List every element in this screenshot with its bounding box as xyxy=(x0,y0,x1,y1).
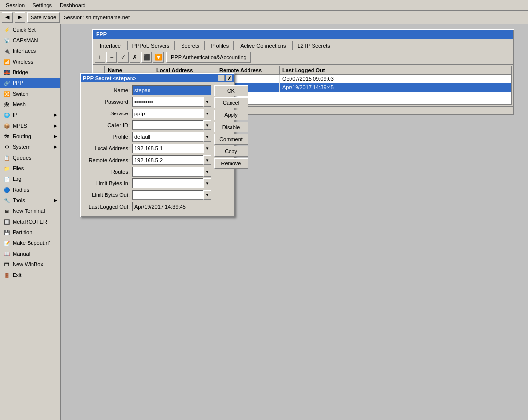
ppp-auth-button[interactable]: PPP Authentication&Accounting xyxy=(166,52,251,63)
tab-pppoe-servers[interactable]: PPPoE Servers xyxy=(127,41,175,50)
sidebar-item-label-radius: Radius xyxy=(13,187,29,193)
remote-address-input[interactable] xyxy=(132,155,203,165)
cross-button[interactable]: ✗ xyxy=(130,52,140,63)
tab-interface[interactable]: Interface xyxy=(95,41,126,50)
password-input[interactable] xyxy=(132,97,203,107)
sidebar-item-tools[interactable]: 🔧Tools▶ xyxy=(0,195,60,206)
sidebar-item-files[interactable]: 📁Files xyxy=(0,163,60,174)
sidebar-item-system[interactable]: ⚙System▶ xyxy=(0,142,60,152)
copy-button[interactable]: Copy xyxy=(214,146,248,157)
last-logged-out-input xyxy=(132,202,211,211)
queues-icon: 📋 xyxy=(3,154,11,162)
sidebar-item-log[interactable]: 📄Log xyxy=(0,174,60,184)
menu-dashboard[interactable]: Dashboard xyxy=(56,1,90,9)
caller-id-row: Caller ID: ▼ xyxy=(84,120,211,130)
row1-last-logged: Oct/07/2015 09:09:03 xyxy=(280,75,512,83)
service-input[interactable] xyxy=(132,109,203,118)
apply-button[interactable]: Apply xyxy=(214,110,248,120)
sidebar-item-bridge[interactable]: 🌉Bridge xyxy=(0,67,60,78)
limit-bytes-out-input[interactable] xyxy=(132,190,203,200)
routes-field-group: ▼ xyxy=(132,167,211,177)
remote-address-label: Remote Address: xyxy=(84,157,132,163)
caller-id-label: Caller ID: xyxy=(84,122,132,128)
service-row: Service: ▼ xyxy=(84,109,211,118)
dialog-title: PPP Secret <stepan> xyxy=(83,75,136,81)
limit-bytes-in-input[interactable] xyxy=(132,178,203,188)
sidebar-item-mpls[interactable]: 📦MPLS▶ xyxy=(0,120,60,131)
password-arrow-button[interactable]: ▼ xyxy=(203,97,211,107)
sidebar-item-label-capsman: CAPsMAN xyxy=(13,37,38,43)
sidebar-item-partition[interactable]: 💾Partition xyxy=(0,227,60,238)
sidebar-item-interfaces[interactable]: 🔌Interfaces xyxy=(0,46,60,56)
safe-mode-button[interactable]: Safe Mode xyxy=(27,12,60,23)
sidebar-item-radius[interactable]: 🔵Radius xyxy=(0,184,60,195)
sidebar-item-metarouter[interactable]: 🔲MetaROUTER xyxy=(0,216,60,227)
disable-button[interactable]: Disable xyxy=(214,122,248,132)
ok-button[interactable]: OK xyxy=(214,85,248,96)
radius-icon: 🔵 xyxy=(3,186,11,194)
limit-bytes-in-label: Limit Bytes In: xyxy=(84,180,132,186)
filter-button[interactable]: 🔽 xyxy=(153,52,164,63)
menu-session[interactable]: Session xyxy=(2,1,29,9)
new-winbox-icon: 🗔 xyxy=(3,260,11,268)
tab-l2tp-secrets[interactable]: L2TP Secrets xyxy=(292,41,335,50)
sidebar-item-ppp[interactable]: 🔗PPP xyxy=(0,78,60,88)
check-button[interactable]: ✓ xyxy=(118,52,129,63)
sidebar-item-make-supout[interactable]: 📝Make Supout.rif xyxy=(0,238,60,248)
limit-bytes-in-arrow-button[interactable]: ▼ xyxy=(203,178,211,188)
forward-button[interactable]: ▶ xyxy=(15,12,25,23)
name-input[interactable] xyxy=(132,85,211,95)
limit-bytes-out-arrow-button[interactable]: ▼ xyxy=(203,190,211,200)
remove-button[interactable]: Remove xyxy=(214,158,248,169)
mpls-arrow-icon: ▶ xyxy=(54,123,57,128)
sidebar-item-manual[interactable]: 📖Manual xyxy=(0,248,60,259)
sidebar-item-exit[interactable]: 🚪Exit xyxy=(0,270,60,280)
local-address-input[interactable] xyxy=(132,144,203,153)
sidebar-item-quick-set[interactable]: ⚡Quick Set xyxy=(0,24,60,35)
sidebar-item-new-winbox[interactable]: 🗔New WinBox xyxy=(0,259,60,270)
square-button[interactable]: ⬛ xyxy=(141,52,152,63)
routes-arrow-button[interactable]: ▼ xyxy=(203,167,211,177)
back-button[interactable]: ◀ xyxy=(2,12,13,23)
tab-secrets[interactable]: Secrets xyxy=(176,41,204,50)
sidebar-item-queues[interactable]: 📋Queues xyxy=(0,152,60,163)
system-arrow-icon: ▶ xyxy=(54,145,57,149)
sidebar-item-wireless[interactable]: 📶Wireless xyxy=(0,56,60,67)
tab-active-connections[interactable]: Active Connections xyxy=(235,41,291,50)
sidebar-item-switch[interactable]: 🔀Switch xyxy=(0,88,60,99)
sidebar-item-label-partition: Partition xyxy=(13,229,32,235)
menu-bar: Session Settings Dashboard xyxy=(0,0,528,11)
routes-input[interactable] xyxy=(132,167,203,177)
profile-label: Profile: xyxy=(84,134,132,140)
caller-id-input[interactable] xyxy=(132,120,203,130)
last-logged-out-label: Last Logged Out: xyxy=(84,204,132,210)
routes-label: Routes: xyxy=(84,169,132,175)
sidebar-item-ip[interactable]: 🌐IP▶ xyxy=(0,110,60,120)
main-toolbar: ◀ ▶ Safe Mode Session: sn.mynetname.net xyxy=(0,11,528,24)
profile-input[interactable] xyxy=(132,132,203,142)
tab-profiles[interactable]: Profiles xyxy=(206,41,234,50)
caller-id-arrow-button[interactable]: ▼ xyxy=(203,120,211,130)
remote-address-arrow-button[interactable]: ▼ xyxy=(203,155,211,165)
sidebar-item-routing[interactable]: 🗺Routing▶ xyxy=(0,131,60,142)
service-arrow-button[interactable]: ▼ xyxy=(203,109,211,118)
menu-settings[interactable]: Settings xyxy=(29,1,56,9)
service-label: Service: xyxy=(84,111,132,116)
cancel-button[interactable]: Cancel xyxy=(214,97,248,108)
name-row: Name: xyxy=(84,85,211,95)
comment-button[interactable]: Comment xyxy=(214,134,248,145)
add-button[interactable]: + xyxy=(95,52,105,63)
sidebar-item-mesh[interactable]: 🕸Mesh xyxy=(0,99,60,110)
sidebar-item-label-interfaces: Interfaces xyxy=(13,48,36,54)
profile-row: Profile: ▼ xyxy=(84,132,211,142)
profile-arrow-button[interactable]: ▼ xyxy=(203,132,211,142)
dialog-close-button[interactable]: ✗ xyxy=(226,75,232,81)
dialog-minimize-button[interactable]: _ xyxy=(218,75,225,81)
sidebar-item-new-terminal[interactable]: 🖥New Terminal xyxy=(0,206,60,216)
local-address-arrow-button[interactable]: ▼ xyxy=(203,144,211,153)
password-row: Password: ▼ xyxy=(84,97,211,107)
sidebar-item-label-files: Files xyxy=(13,165,24,171)
sidebar-item-capsman[interactable]: 📡CAPsMAN xyxy=(0,35,60,46)
remove-button[interactable]: − xyxy=(106,52,117,63)
last-logged-out-row: Last Logged Out: xyxy=(84,202,211,211)
